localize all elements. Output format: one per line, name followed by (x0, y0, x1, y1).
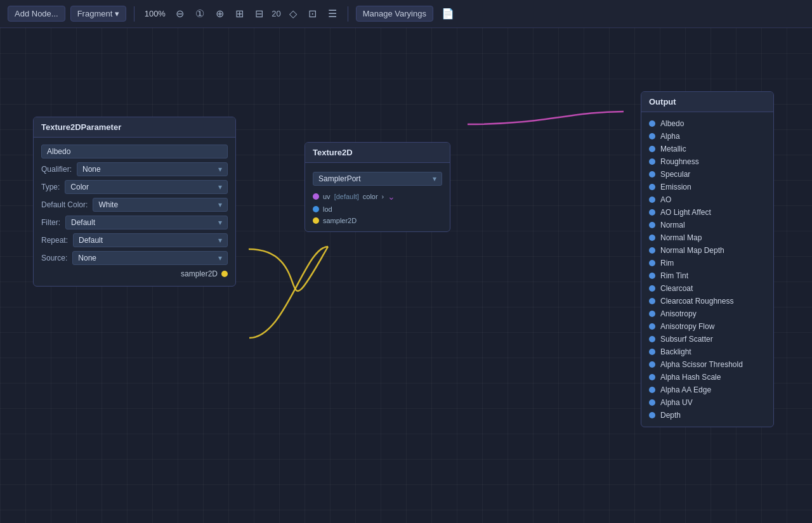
output-port-dot-13[interactable] (649, 285, 655, 292)
output-port-dot-15[interactable] (649, 311, 655, 317)
param-qualifier-row: Qualifier: None (34, 160, 235, 178)
filter-select[interactable]: Default (65, 216, 228, 229)
output-port-dot-23[interactable] (649, 412, 655, 418)
output-port-dot-16[interactable] (649, 323, 655, 330)
qualifier-label: Qualifier: (41, 165, 72, 174)
output-node-header: Output (641, 92, 773, 112)
output-port-dot-17[interactable] (649, 336, 655, 342)
diamond-icon-button[interactable]: ◇ (286, 6, 300, 21)
manage-varyings-button[interactable]: Manage Varyings (356, 6, 433, 22)
node-tex2d-title: Texture2D (313, 148, 353, 157)
output-port-label-13: Clearcoat (660, 284, 693, 293)
manage-varyings-label: Manage Varyings (363, 9, 426, 18)
tex2d-uv-row: uv [default] color › ⌄ (305, 190, 450, 203)
output-port-dot-7[interactable] (649, 209, 655, 216)
output-port-dot-11[interactable] (649, 260, 655, 266)
layout-button[interactable]: ⊟ (252, 6, 266, 21)
output-port-dot-8[interactable] (649, 222, 655, 228)
output-port-row: Emission (641, 181, 773, 193)
texture2d-node: Texture2D SamplerPort uv [default] color… (304, 142, 450, 232)
node-param-title: Texture2DParameter (41, 122, 121, 132)
tex2d-sampler-select[interactable]: SamplerPort (313, 172, 442, 186)
zoom-reset-button[interactable]: ① (192, 6, 207, 21)
align-button[interactable]: ☰ (325, 6, 340, 21)
sampler2d-output-label: sampler2D (181, 269, 218, 278)
output-port-dot-9[interactable] (649, 235, 655, 241)
output-port-dot-3[interactable] (649, 158, 655, 165)
lod-input-port[interactable] (313, 206, 319, 212)
tex2d-sampler-arrow-icon (433, 174, 436, 183)
param-default-color-row: Default Color: White (34, 196, 235, 214)
output-port-row: Alpha Scissor Threshold (641, 358, 773, 371)
source-select[interactable]: None (72, 251, 228, 265)
output-port-dot-1[interactable] (649, 133, 655, 139)
grid-snap-button[interactable]: ⊞ (232, 6, 247, 21)
output-port-label-14: Clearcoat Roughness (660, 297, 733, 306)
zoom-out-button[interactable]: ⊖ (173, 6, 187, 21)
output-port-row: Specular (641, 168, 773, 181)
output-port-row: Anisotropy Flow (641, 320, 773, 333)
output-node-title: Output (649, 97, 676, 107)
output-port-label-8: Normal (660, 221, 685, 229)
source-label: Source: (41, 254, 67, 262)
output-port-dot-6[interactable] (649, 197, 655, 203)
output-port-dot-0[interactable] (649, 120, 655, 127)
filter-value: Default (71, 218, 95, 227)
output-port-dot-18[interactable] (649, 349, 655, 355)
uv-connect-icon[interactable]: ⌄ (388, 191, 395, 202)
output-port-row: Alpha AA Edge (641, 384, 773, 396)
default-color-select[interactable]: White (93, 198, 228, 212)
output-port-row: Subsurf Scatter (641, 333, 773, 345)
sampler2d-output-row: sampler2D (34, 267, 235, 281)
output-port-dot-4[interactable] (649, 171, 655, 178)
node-canvas: Texture2DParameter Qualifier: None Type:… (0, 28, 812, 523)
output-port-row: Metallic (641, 143, 773, 155)
output-port-row: Normal Map Depth (641, 244, 773, 257)
output-port-dot-20[interactable] (649, 374, 655, 380)
toolbar-separator-2 (348, 6, 348, 22)
uv-port-label: uv (323, 193, 331, 200)
output-port-dot-12[interactable] (649, 273, 655, 279)
grid-number: 20 (272, 9, 280, 18)
qualifier-select[interactable]: None (77, 162, 228, 176)
add-node-button[interactable]: Add Node... (8, 6, 65, 22)
output-port-row: Alpha UV (641, 396, 773, 409)
output-port-row: Rim Tint (641, 269, 773, 282)
output-port-dot-21[interactable] (649, 387, 655, 393)
sampler2d-output-port[interactable] (221, 271, 228, 277)
uv-input-port[interactable] (313, 193, 319, 200)
qualifier-value: None (82, 165, 101, 174)
output-port-label-16: Anisotropy Flow (660, 322, 714, 331)
zoom-in-button[interactable]: ⊕ (213, 6, 227, 21)
output-port-dot-22[interactable] (649, 399, 655, 406)
type-value: Color (70, 183, 89, 191)
sampler2d-input-port[interactable] (313, 217, 319, 224)
output-port-label-9: Normal Map (660, 233, 702, 242)
output-port-dot-2[interactable] (649, 146, 655, 152)
texture2d-parameter-node: Texture2DParameter Qualifier: None Type:… (33, 117, 236, 287)
param-type-row: Type: Color (34, 178, 235, 196)
output-port-row: Depth (641, 409, 773, 422)
output-port-dot-19[interactable] (649, 361, 655, 368)
uv-port-arrow-icon: › (382, 193, 384, 200)
output-port-dot-14[interactable] (649, 298, 655, 304)
filter-arrow-icon (218, 218, 222, 227)
default-color-arrow-icon (218, 200, 222, 209)
repeat-label: Repeat: (41, 236, 68, 245)
node-param-body: Qualifier: None Type: Color Default Colo… (34, 138, 235, 286)
help-button[interactable]: 📄 (438, 6, 457, 21)
output-port-dot-10[interactable] (649, 247, 655, 254)
repeat-select[interactable]: Default (73, 233, 228, 247)
output-port-label-6: AO (660, 195, 671, 204)
filter-label: Filter: (41, 218, 60, 227)
uv-port-default: [default] (334, 193, 359, 200)
type-select[interactable]: Color (65, 180, 228, 194)
output-port-label-3: Roughness (660, 157, 699, 166)
output-port-dot-5[interactable] (649, 184, 655, 190)
param-name-input[interactable] (41, 145, 228, 158)
fragment-dropdown[interactable]: Fragment ▾ (70, 6, 127, 22)
output-port-label-18: Backlight (660, 347, 691, 356)
output-port-label-11: Rim (660, 259, 674, 268)
type-arrow-icon (218, 183, 222, 191)
node-link-button[interactable]: ⊡ (305, 6, 320, 21)
